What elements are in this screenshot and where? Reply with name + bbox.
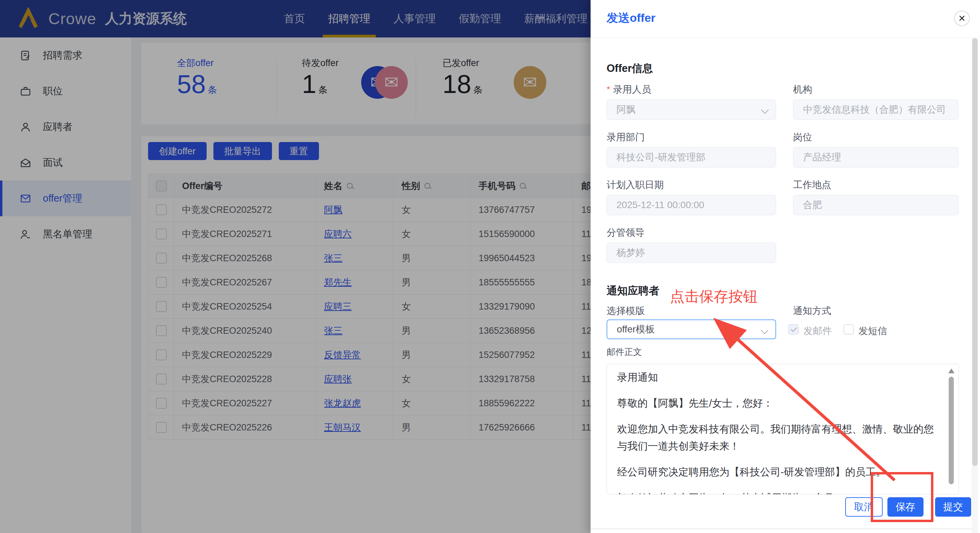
chevron-down-icon — [761, 106, 769, 114]
drawer-footer-divider — [590, 528, 972, 529]
drawer-title: 发送offer — [606, 10, 655, 26]
hr-system-page: Crowe 人力资源系统 首页 招聘管理 人事管理 假勤管理 薪酬福利管理 招聘… — [0, 0, 980, 533]
template-label: 选择模版 — [606, 305, 645, 318]
work-place-label: 工作地点 — [793, 179, 831, 191]
textarea-scrollbar-thumb[interactable] — [949, 377, 954, 484]
mail-paragraph: 录用通知 — [617, 369, 938, 386]
post-input: 产品经理 — [793, 147, 959, 168]
submit-button[interactable]: 提交 — [935, 497, 971, 517]
post-label: 岗位 — [793, 131, 812, 144]
post-value: 产品经理 — [803, 151, 841, 164]
drawer-header: 发送offer ✕ — [590, 0, 980, 38]
org-input: 中竞发信息科技（合肥）有限公司 — [793, 99, 959, 120]
entry-date-input: 2025-12-11 00:00:00 — [606, 195, 776, 215]
send-sms-checkbox[interactable] — [843, 324, 854, 334]
mail-paragraph: 尊敬的【阿飘】先生/女士，您好： — [617, 395, 938, 412]
dept-input: 科技公司-研发管理部 — [606, 147, 776, 168]
work-place-value: 合肥 — [803, 199, 822, 212]
annotation-rectangle-save — [871, 472, 933, 522]
chevron-down-icon — [761, 327, 768, 334]
section-notify-applicant: 通知应聘者 — [606, 284, 659, 298]
send-offer-drawer: 发送offer ✕ Offer信息 录用人员 机构 阿飘 中竞发信息科技（合肥）… — [590, 0, 980, 533]
leader-value: 杨梦婷 — [616, 246, 645, 259]
drawer-scrollbar-thumb[interactable] — [972, 38, 978, 466]
dept-value: 科技公司-研发管理部 — [616, 151, 705, 164]
dept-label: 录用部门 — [606, 131, 645, 144]
leader-label: 分管领导 — [606, 226, 645, 239]
entry-date-value: 2025-12-11 00:00:00 — [616, 199, 704, 211]
hire-person-label: 录用人员 — [606, 83, 651, 96]
template-value: offer模板 — [617, 323, 655, 336]
mail-paragraph: 欢迎您加入中竞发科技有限公司。我们期待富有理想、激情、敬业的您与我们一道共创美好… — [617, 421, 938, 455]
textarea-scroll-up-icon[interactable] — [948, 369, 955, 373]
entry-date-label: 计划入职日期 — [606, 179, 664, 191]
annotation-click-save: 点击保存按钮 — [670, 287, 758, 306]
work-place-input: 合肥 — [793, 195, 959, 215]
section-offer-info: Offer信息 — [606, 61, 653, 76]
notify-method-label: 通知方式 — [793, 305, 831, 318]
org-value: 中竞发信息科技（合肥）有限公司 — [803, 103, 946, 116]
hire-person-value: 阿飘 — [616, 103, 636, 116]
mail-body-label: 邮件正文 — [606, 346, 642, 358]
close-icon[interactable]: ✕ — [954, 11, 970, 26]
send-email-label: 发邮件 — [803, 325, 832, 338]
send-sms-label: 发短信 — [859, 325, 887, 338]
send-email-checkbox — [788, 324, 799, 334]
leader-input: 杨梦婷 — [606, 243, 776, 263]
hire-person-select: 阿飘 — [606, 99, 776, 120]
org-label: 机构 — [793, 83, 812, 96]
template-select[interactable]: offer模板 — [606, 319, 776, 339]
